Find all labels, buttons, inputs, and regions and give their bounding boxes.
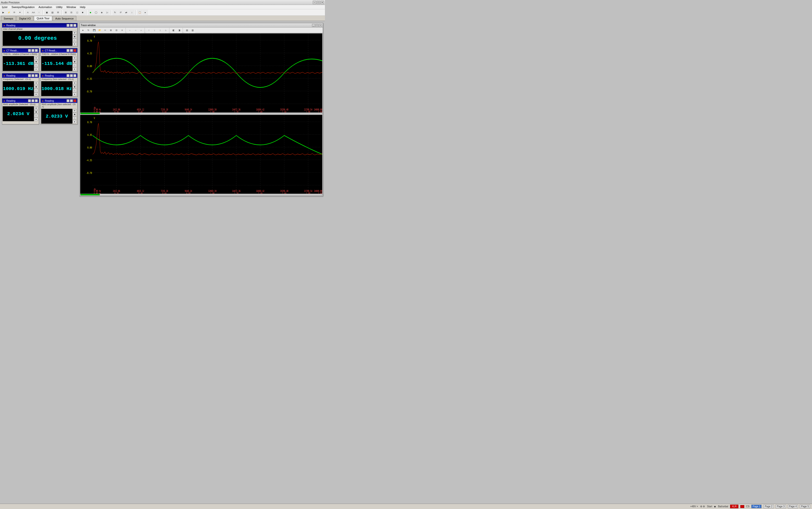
trace-tb-2[interactable]: ↻: [86, 28, 91, 33]
trace-tb-12[interactable]: ↑: [146, 28, 152, 33]
side-btn-a2[interactable]: ▣: [34, 60, 38, 63]
side-btn-4[interactable]: ▼: [73, 42, 77, 45]
trace-tb-16[interactable]: ◧: [171, 28, 176, 33]
tb-btn-9[interactable]: ▤: [50, 10, 55, 15]
side-btn-ra1[interactable]: ⚙: [34, 107, 38, 110]
tb-btn-6[interactable]: AA: [31, 10, 36, 15]
side-btn-fb4[interactable]: ▼: [73, 93, 77, 96]
tb-run-btn[interactable]: ●: [88, 10, 93, 15]
side-btn-2[interactable]: ▣: [73, 35, 77, 38]
tab-sweeps[interactable]: Sweeps: [1, 16, 16, 21]
widget-close-btn-fb[interactable]: ×: [73, 74, 76, 77]
menu-help[interactable]: Help: [78, 5, 87, 9]
widget-min-btn-rb[interactable]: _: [67, 99, 70, 102]
chart2-scrollbar[interactable]: [80, 194, 322, 196]
tab-digital-io[interactable]: Digital I/O: [16, 16, 33, 21]
widget-min-btn-ra[interactable]: _: [28, 99, 31, 102]
side-btn-fa1[interactable]: ⚙: [34, 81, 38, 85]
trace-tb-19[interactable]: ▥: [190, 28, 195, 33]
menu-window[interactable]: Window: [65, 5, 78, 9]
trace-tb-3[interactable]: 💾: [91, 28, 97, 33]
tb-btn-15[interactable]: ◯: [94, 10, 99, 15]
widget-max-btn[interactable]: □: [70, 24, 73, 27]
tb-btn-22[interactable]: 📋: [137, 10, 142, 15]
widget-max-btn-a[interactable]: □: [31, 49, 34, 52]
tb-btn-7[interactable]: ↑: [36, 10, 42, 15]
trace-min-btn[interactable]: _: [312, 24, 315, 27]
trace-tb-13[interactable]: ↓: [152, 28, 157, 33]
trace-tb-17[interactable]: ◨: [177, 28, 182, 33]
tb-btn-18[interactable]: ↻: [112, 10, 118, 15]
side-btn-b3[interactable]: ◻: [73, 64, 77, 67]
widget-max-btn-fa[interactable]: □: [31, 74, 34, 77]
widget-close-btn-a[interactable]: ×: [35, 49, 38, 52]
side-btn-1[interactable]: ⚙: [73, 31, 77, 35]
widget-close-btn-rb[interactable]: ×: [73, 99, 76, 102]
chart2-panel[interactable]: 8.70 4.35 0.00 -4.35 -8.70 18.0 -32.0 -8…: [80, 115, 322, 194]
side-btn-rb2[interactable]: ▣: [73, 113, 77, 116]
side-btn-a3[interactable]: ◻: [34, 64, 38, 67]
trace-tb-18[interactable]: ▤: [184, 28, 190, 33]
widget-max-btn-b[interactable]: □: [70, 49, 73, 52]
tb-btn-4[interactable]: ✦: [17, 10, 23, 15]
chart1-panel[interactable]: 8.70 4.35 0.00 -4.35 -8.70 18.0 -32.0 -8…: [80, 33, 322, 112]
tb-btn-1[interactable]: ▶: [0, 10, 6, 15]
menu-sweeps[interactable]: Sweeps/Regulation: [9, 5, 37, 9]
widget-min-btn-fb[interactable]: _: [67, 74, 70, 77]
side-btn-a1[interactable]: ⚙: [34, 56, 38, 60]
widget-close-btn-ra[interactable]: ×: [35, 99, 38, 102]
tab-auto-sequence[interactable]: Auto Sequence: [53, 16, 76, 21]
trace-tb-11[interactable]: ↔: [139, 28, 144, 33]
widget-max-btn-ra[interactable]: □: [31, 99, 34, 102]
side-btn-b2[interactable]: ▣: [73, 60, 77, 63]
side-btn-fb3[interactable]: ◻: [73, 89, 77, 92]
side-btn-ra2[interactable]: ▣: [34, 110, 38, 114]
trace-tb-1[interactable]: ▲: [80, 28, 85, 33]
menu-lyzer[interactable]: lyzer: [0, 5, 9, 9]
tb-btn-2[interactable]: ⚡: [6, 10, 11, 15]
trace-tb-6[interactable]: ⊞: [108, 28, 114, 33]
side-btn-3[interactable]: ◻: [73, 38, 77, 42]
widget-close-btn-b[interactable]: ×: [73, 49, 76, 52]
widget-max-btn-fb[interactable]: □: [70, 74, 73, 77]
trace-tb-8[interactable]: ≡: [119, 28, 125, 33]
tb-btn-5[interactable]: A: [25, 10, 31, 15]
maximize-btn[interactable]: □: [317, 1, 320, 4]
tb-btn-21[interactable]: ↕: [129, 10, 135, 15]
trace-tb-14[interactable]: ↕: [157, 28, 163, 33]
widget-min-btn-b[interactable]: _: [67, 49, 70, 52]
tb-btn-8[interactable]: ▣: [44, 10, 49, 15]
widget-close-btn-fa[interactable]: ×: [35, 74, 38, 77]
widget-max-btn-rb[interactable]: □: [70, 99, 73, 102]
menu-utility[interactable]: Utility: [54, 5, 65, 9]
side-btn-fa2[interactable]: ▣: [34, 85, 38, 89]
chart1-scrollbar[interactable]: [80, 112, 322, 114]
tb-btn-20[interactable]: ⇄: [123, 10, 129, 15]
side-btn-fa4[interactable]: ▼: [34, 93, 38, 96]
close-btn[interactable]: ×: [321, 1, 324, 4]
tb-btn-3[interactable]: ⟳: [12, 10, 17, 15]
tb-btn-10[interactable]: ⚙: [56, 10, 61, 15]
tb-btn-12[interactable]: ⊟: [69, 10, 74, 15]
side-btn-ra4[interactable]: ▼: [34, 117, 38, 121]
tb-btn-13[interactable]: ◻: [74, 10, 80, 15]
side-btn-rb1[interactable]: ⚙: [73, 109, 77, 112]
tb-btn-23[interactable]: ▸: [143, 10, 148, 15]
side-btn-b4[interactable]: ▼: [73, 67, 77, 71]
side-btn-rb4[interactable]: ▼: [73, 120, 77, 124]
side-btn-fa3[interactable]: ◻: [34, 89, 38, 92]
side-btn-b1[interactable]: ⚙: [73, 56, 77, 60]
tb-btn-14[interactable]: ■: [80, 10, 85, 15]
widget-min-btn-a[interactable]: _: [28, 49, 31, 52]
tab-quick-tour[interactable]: Quick Tour: [34, 16, 52, 21]
tb-btn-11[interactable]: ⊞: [63, 10, 69, 15]
tb-btn-17[interactable]: ▷: [105, 10, 110, 15]
trace-tb-4[interactable]: 📂: [97, 28, 102, 33]
trace-tb-9[interactable]: ←: [127, 28, 133, 33]
side-btn-fb2[interactable]: ▣: [73, 85, 77, 89]
widget-min-btn[interactable]: _: [67, 24, 70, 27]
tb-btn-16[interactable]: ◈: [99, 10, 104, 15]
side-btn-fb1[interactable]: ⚙: [73, 81, 77, 85]
trace-tb-7[interactable]: ⊟: [114, 28, 119, 33]
minimize-btn[interactable]: −: [313, 1, 316, 4]
